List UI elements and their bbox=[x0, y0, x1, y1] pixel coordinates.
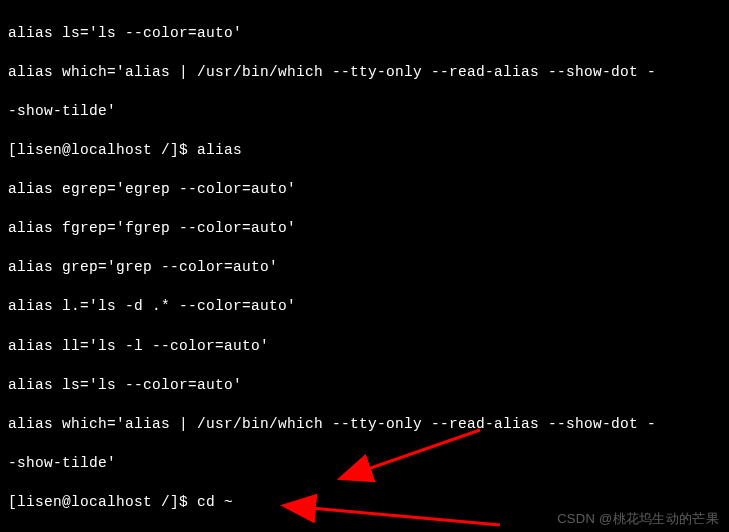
output-line: alias ls='ls --color=auto' bbox=[8, 376, 721, 396]
command-text: cd ~ bbox=[197, 494, 233, 510]
terminal-output[interactable]: alias ls='ls --color=auto' alias which='… bbox=[8, 4, 721, 532]
output-line: alias grep='grep --color=auto' bbox=[8, 258, 721, 278]
output-line: alias l.='ls -d .* --color=auto' bbox=[8, 297, 721, 317]
shell-prompt: [lisen@localhost /]$ bbox=[8, 142, 197, 158]
output-line: alias fgrep='fgrep --color=auto' bbox=[8, 219, 721, 239]
output-line: alias egrep='egrep --color=auto' bbox=[8, 180, 721, 200]
output-line: -show-tilde' bbox=[8, 102, 721, 122]
command-text: alias bbox=[197, 142, 242, 158]
output-line: alias ll='ls -l --color=auto' bbox=[8, 337, 721, 357]
output-line: -show-tilde' bbox=[8, 454, 721, 474]
output-line: alias ls='ls --color=auto' bbox=[8, 24, 721, 44]
prompt-line: [lisen@localhost /]$ alias bbox=[8, 141, 721, 161]
output-line: alias which='alias | /usr/bin/which --tt… bbox=[8, 63, 721, 83]
output-line: alias which='alias | /usr/bin/which --tt… bbox=[8, 415, 721, 435]
watermark-text: CSDN @桃花坞生动的芒果 bbox=[557, 510, 719, 528]
shell-prompt: [lisen@localhost /]$ bbox=[8, 494, 197, 510]
